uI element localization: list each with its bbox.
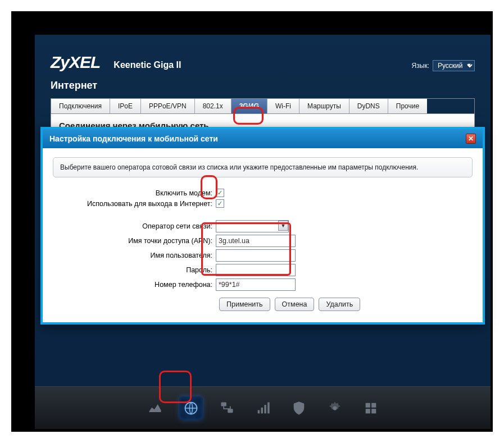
modal-title: Настройка подключения к мобильной сети bbox=[49, 134, 218, 143]
close-icon: ✕ bbox=[468, 135, 474, 143]
gear-icon bbox=[327, 400, 343, 416]
svg-rect-6 bbox=[267, 402, 270, 413]
close-button[interactable]: ✕ bbox=[466, 134, 476, 144]
svg-rect-8 bbox=[365, 403, 370, 407]
tab-3g4g[interactable]: 3G/4G bbox=[231, 99, 267, 113]
hint-text: Выберите вашего оператора сотовой связи … bbox=[53, 157, 473, 177]
modal-title-bar: Настройка подключения к мобильной сети ✕ bbox=[43, 129, 483, 148]
nav-security[interactable] bbox=[287, 396, 311, 420]
network-icon bbox=[219, 400, 235, 416]
tab-8021x[interactable]: 802.1x bbox=[195, 99, 231, 113]
nav-wifi[interactable] bbox=[251, 396, 275, 420]
language-select[interactable]: Русский bbox=[433, 60, 475, 71]
checkbox-enable-modem[interactable] bbox=[216, 189, 224, 197]
svg-rect-3 bbox=[257, 410, 260, 413]
checkbox-use-internet[interactable] bbox=[216, 199, 224, 208]
tab-ipoe[interactable]: IPoE bbox=[110, 99, 141, 113]
label-apn: Имя точки доступа (APN): bbox=[53, 237, 216, 245]
globe-icon bbox=[183, 400, 199, 416]
header: ZyXEL Keenetic Giga II Язык: Русский ▼ bbox=[35, 35, 491, 76]
tab-pppoe-vpn[interactable]: PPPoE/VPN bbox=[141, 99, 195, 113]
label-password: Пароль: bbox=[53, 266, 216, 274]
tab-dydns[interactable]: DyDNS bbox=[349, 99, 388, 113]
password-input[interactable] bbox=[216, 264, 296, 276]
modal-body: Выберите вашего оператора сотовой связи … bbox=[43, 148, 483, 322]
label-operator: Оператор сети связи: bbox=[53, 222, 216, 230]
apply-button[interactable]: Применить bbox=[219, 298, 270, 311]
delete-button[interactable]: Удалить bbox=[319, 298, 360, 311]
label-enable-modem: Включить модем: bbox=[53, 189, 216, 197]
label-phone: Номер телефона: bbox=[53, 281, 216, 289]
language-selector: Язык: Русский ▼ bbox=[412, 60, 475, 71]
language-label: Язык: bbox=[412, 62, 429, 70]
nav-monitor[interactable] bbox=[143, 396, 167, 420]
model-name: Keenetic Giga II bbox=[113, 60, 181, 70]
username-input[interactable] bbox=[216, 249, 296, 262]
nav-internet[interactable] bbox=[179, 396, 203, 420]
nav-system[interactable] bbox=[323, 396, 347, 420]
operator-select[interactable] bbox=[216, 220, 289, 232]
chart-icon bbox=[147, 400, 163, 416]
svg-rect-4 bbox=[261, 407, 263, 413]
nav-apps[interactable] bbox=[359, 396, 383, 420]
label-username: Имя пользователя: bbox=[53, 252, 216, 259]
tab-connections[interactable]: Подключения bbox=[51, 99, 110, 113]
svg-rect-10 bbox=[365, 409, 370, 413]
cancel-button[interactable]: Отмена bbox=[275, 298, 315, 311]
svg-rect-11 bbox=[371, 409, 376, 413]
tab-routes[interactable]: Маршруты bbox=[299, 99, 349, 113]
svg-rect-5 bbox=[264, 405, 266, 413]
signal-icon bbox=[255, 400, 271, 416]
mobile-connection-modal: Настройка подключения к мобильной сети ✕… bbox=[40, 127, 485, 325]
page-title: Интернет bbox=[35, 76, 491, 98]
svg-rect-1 bbox=[221, 402, 226, 406]
bottom-nav bbox=[35, 386, 491, 429]
tab-bar: Подключения IPoE PPPoE/VPN 802.1x 3G/4G … bbox=[51, 98, 475, 114]
svg-rect-2 bbox=[228, 409, 233, 413]
phone-input[interactable] bbox=[216, 278, 296, 291]
tab-other[interactable]: Прочие bbox=[388, 99, 427, 113]
tab-wifi[interactable]: Wi-Fi bbox=[267, 99, 299, 113]
label-use-internet: Использовать для выхода в Интернет: bbox=[53, 200, 216, 208]
brand-logo: ZyXEL bbox=[51, 53, 100, 72]
grid-icon bbox=[363, 400, 379, 416]
shield-icon bbox=[291, 400, 307, 416]
svg-rect-9 bbox=[371, 403, 376, 407]
nav-home-network[interactable] bbox=[215, 396, 239, 420]
apn-input[interactable] bbox=[216, 235, 296, 247]
